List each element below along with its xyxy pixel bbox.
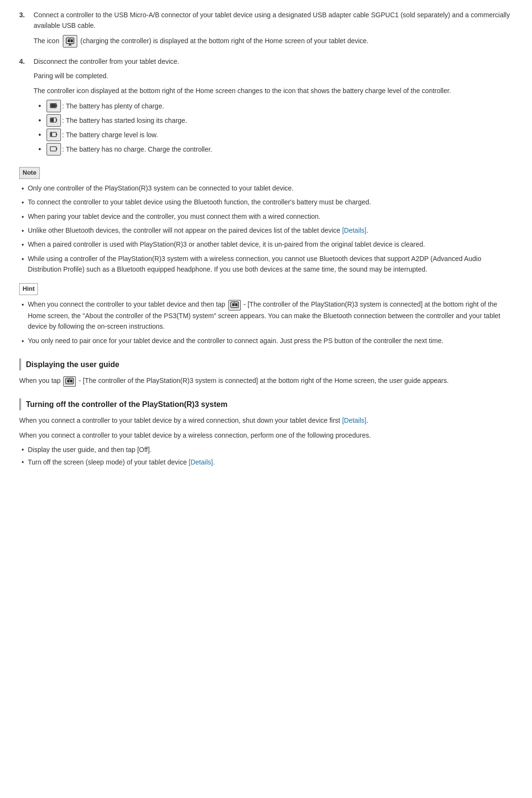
the-icon-text: The icon	[34, 36, 61, 44]
battery-empty-item: : The battery has no charge. Charge the …	[38, 143, 513, 155]
displaying-paragraph: When you tap - [The controller of the Pl…	[19, 375, 513, 386]
step-4: 4. Disconnect the controller from your t…	[19, 56, 513, 158]
details-link-1[interactable]: [Details]	[342, 226, 366, 234]
battery-full-text: : The battery has plenty of charge.	[62, 101, 164, 111]
hint-label: Hint	[19, 283, 38, 295]
note-item-4: Unlike other Bluetooth devices, the cont…	[22, 225, 513, 236]
note-item-1: Only one controller of the PlayStation(R…	[22, 183, 513, 194]
turning-off-para2: When you connect a controller to your ta…	[19, 430, 513, 441]
step-3-line2: The icon (charging the controller) is di…	[34, 35, 513, 48]
note-item-3: When paring your tablet device and the c…	[22, 211, 513, 222]
hint-item-1: When you connect the controller to your …	[22, 299, 513, 332]
step-4-number: 4.	[19, 56, 34, 158]
turning-off-bullets: Display the user guide, and then tap [Of…	[22, 444, 513, 468]
note-item-5: When a paired controller is used with Pl…	[22, 239, 513, 250]
note-label: Note	[19, 167, 40, 179]
svg-rect-17	[56, 148, 57, 150]
battery-medium-item: : The battery has started losing its cha…	[38, 114, 513, 127]
hint-controller-icon	[228, 300, 241, 310]
step-3-line1: Connect a controller to the USB Micro‑A/…	[34, 10, 513, 31]
turning-off-heading-text: Turning off the controller of the PlaySt…	[26, 398, 513, 411]
charging-icon	[63, 35, 77, 48]
turning-off-section-heading: Turning off the controller of the PlaySt…	[19, 398, 513, 411]
battery-full-icon	[47, 100, 61, 112]
svg-rect-24	[70, 380, 72, 382]
svg-rect-12	[50, 119, 53, 122]
battery-low-text: : The battery charge level is low.	[62, 130, 158, 140]
battery-level-list: : The battery has plenty of charge. : Th…	[38, 100, 513, 155]
svg-rect-20	[235, 303, 237, 306]
note-item-2: To connect the controller to your tablet…	[22, 197, 513, 208]
note-list: Only one controller of the PlayStation(R…	[22, 183, 513, 275]
svg-rect-14	[56, 133, 57, 135]
note-box: Note Only one controller of the PlayStat…	[19, 167, 513, 275]
step-4-line1: Disconnect the controller from your tabl…	[34, 56, 513, 67]
step-4-content: Disconnect the controller from your tabl…	[34, 56, 513, 158]
battery-empty-text: : The battery has no charge. Charge the …	[62, 144, 213, 155]
battery-low-item: : The battery charge level is low.	[38, 129, 513, 141]
svg-rect-9	[50, 104, 56, 107]
hint-box: Hint When you connect the controller to …	[19, 283, 513, 346]
battery-medium-icon	[47, 114, 61, 127]
battery-medium-text: : The battery has started losing its cha…	[62, 115, 187, 126]
turning-off-para1: When you connect a controller to your ta…	[19, 415, 513, 426]
battery-empty-icon	[47, 143, 61, 155]
step-3-content: Connect a controller to the USB Micro‑A/…	[34, 10, 513, 51]
note-item-6: While using a controller of the PlayStat…	[22, 253, 513, 275]
step-3-icon-desc: (charging the controller) is displayed a…	[80, 36, 368, 44]
battery-full-item: : The battery has plenty of charge.	[38, 100, 513, 112]
svg-rect-11	[56, 119, 57, 121]
turning-off-bullet-1: Display the user guide, and then tap [Of…	[22, 444, 513, 455]
step-4-line3: The controller icon displayed at the bot…	[34, 85, 513, 96]
details-link-2[interactable]: [Details]	[342, 417, 366, 424]
battery-low-icon	[47, 129, 61, 141]
displaying-heading-text: Displaying the user guide	[26, 358, 513, 371]
turning-off-bullet-2: Turn off the screen (sleep mode) of your…	[22, 457, 513, 467]
svg-rect-15	[50, 133, 52, 136]
details-link-3[interactable]: [Details]	[189, 458, 213, 466]
displaying-section-heading: Displaying the user guide	[19, 358, 513, 371]
svg-rect-8	[56, 105, 57, 107]
step-4-line2: Paring will be completed.	[34, 71, 513, 81]
hint-list: When you connect the controller to your …	[22, 299, 513, 346]
hint-item-2: You only need to pair once for your tabl…	[22, 335, 513, 346]
svg-rect-16	[50, 147, 56, 151]
step-3: 3. Connect a controller to the USB Micro…	[19, 10, 513, 51]
svg-rect-2	[71, 39, 73, 42]
displaying-controller-icon	[63, 376, 76, 387]
step-3-number: 3.	[19, 10, 34, 51]
